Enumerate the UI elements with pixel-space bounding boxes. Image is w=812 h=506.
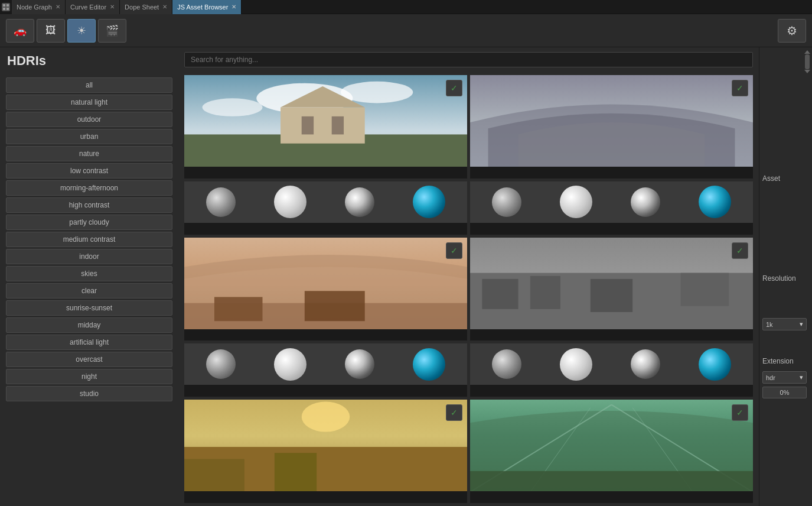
percent-input[interactable]: 0% <box>762 387 807 398</box>
list-item[interactable]: ✓ <box>184 75 467 179</box>
svg-rect-2 <box>6 4 9 7</box>
filter-medium-contrast[interactable]: medium contrast <box>6 232 172 247</box>
filter-artificial-light[interactable]: artificial light <box>6 335 172 350</box>
filter-high-contrast[interactable]: high contrast <box>6 197 172 213</box>
svg-rect-12 <box>302 116 314 135</box>
svg-rect-10 <box>281 108 365 144</box>
filter-outdoor[interactable]: outdoor <box>6 112 172 127</box>
tab-close-dope-sheet[interactable]: ✕ <box>162 4 167 10</box>
scroll-down-arrow[interactable] <box>804 70 810 73</box>
list-item[interactable] <box>470 181 753 235</box>
filter-urban[interactable]: urban <box>6 129 172 144</box>
checkmark-badge[interactable]: ✓ <box>446 242 462 259</box>
resolution-dropdown[interactable]: 1k ▾ <box>762 318 807 330</box>
filter-overcast[interactable]: overcast <box>6 352 172 367</box>
video-button[interactable]: 🎬 <box>98 19 126 43</box>
checkmark-badge[interactable]: ✓ <box>732 404 748 421</box>
pano-svg <box>184 400 467 491</box>
filter-low-contrast[interactable]: low contrast <box>6 163 172 179</box>
list-item[interactable] <box>470 343 753 397</box>
svg-rect-23 <box>591 278 632 312</box>
pano-svg <box>470 238 753 329</box>
scroll-controls <box>804 50 810 73</box>
filter-morning-afternoon[interactable]: morning-afternoon <box>6 180 172 196</box>
ball-teal <box>699 186 731 218</box>
tab-close-curve-editor[interactable]: ✕ <box>110 4 115 10</box>
right-panel: Asset Resolution 1k ▾ Extension hdr ▾ 0% <box>759 47 812 506</box>
pano-svg <box>184 75 467 167</box>
image-button[interactable]: 🖼 <box>37 19 65 43</box>
toolbar-left: 🚗 🖼 ☀ 🎬 <box>6 19 126 43</box>
gear-icon: ⚙ <box>787 24 797 38</box>
svg-point-29 <box>302 402 350 432</box>
ball-render-row <box>184 181 467 223</box>
svg-point-8 <box>203 98 263 116</box>
ball-metal <box>345 187 374 217</box>
ball-diffuse <box>492 349 521 379</box>
ball-metal <box>631 187 660 217</box>
filter-sunrise-sunset[interactable]: sunrise-sunset <box>6 300 172 316</box>
list-item[interactable]: ✓ <box>184 238 467 341</box>
extension-dropdown[interactable]: hdr ▾ <box>762 371 807 384</box>
pano-svg <box>470 75 753 167</box>
list-item[interactable]: ✓ <box>470 400 753 503</box>
main-panel: ✓ <box>178 47 759 506</box>
filter-indoor[interactable]: indoor <box>6 249 172 264</box>
svg-rect-18 <box>305 291 365 321</box>
chevron-down-icon: ▾ <box>800 320 803 328</box>
svg-rect-1 <box>3 4 5 7</box>
checkmark-badge[interactable]: ✓ <box>732 242 748 259</box>
tab-dope-sheet[interactable]: Dope Sheet ✕ <box>120 0 172 14</box>
ball-metal <box>345 349 374 379</box>
ball-white <box>560 186 592 218</box>
svg-rect-13 <box>332 116 344 135</box>
list-item[interactable]: ✓ <box>184 400 467 503</box>
ball-white <box>274 186 306 218</box>
ball-metal <box>631 349 660 379</box>
checkmark-badge[interactable]: ✓ <box>732 80 748 96</box>
svg-point-7 <box>341 82 413 103</box>
scroll-up-arrow[interactable] <box>804 50 810 54</box>
filter-skies[interactable]: skies <box>6 266 172 281</box>
ball-white <box>560 348 592 381</box>
filter-midday[interactable]: midday <box>6 317 172 333</box>
scroll-thumb <box>805 54 810 69</box>
list-item[interactable]: ✓ <box>470 75 753 179</box>
asset-label: Asset <box>762 174 809 183</box>
filter-studio[interactable]: studio <box>6 386 172 401</box>
svg-rect-22 <box>530 275 560 309</box>
tab-js-asset-browser[interactable]: JS Asset Browser ✕ <box>172 0 242 14</box>
settings-button[interactable]: ⚙ <box>778 19 806 43</box>
ball-teal <box>413 186 445 218</box>
filter-clear[interactable]: clear <box>6 283 172 299</box>
app-icon <box>0 0 12 14</box>
asset-spacer <box>762 183 809 271</box>
tab-close-node-graph[interactable]: ✕ <box>56 4 60 10</box>
filter-all[interactable]: all <box>6 77 172 93</box>
filter-nature[interactable]: nature <box>6 146 172 161</box>
filter-natural-light[interactable]: natural light <box>6 95 172 110</box>
vehicle-button[interactable]: 🚗 <box>6 19 34 43</box>
svg-rect-3 <box>3 8 5 10</box>
checkmark-badge[interactable]: ✓ <box>446 80 462 96</box>
tab-curve-editor[interactable]: Curve Editor ✕ <box>66 0 120 14</box>
svg-rect-24 <box>681 273 729 306</box>
resolution-spacer <box>762 283 809 318</box>
ball-diffuse <box>206 187 236 217</box>
sidebar: HDRIs all natural light outdoor urban na… <box>0 47 178 506</box>
filter-partly-cloudy[interactable]: partly cloudy <box>6 215 172 230</box>
hdri-button[interactable]: ☀ <box>67 19 96 43</box>
svg-rect-21 <box>482 278 518 309</box>
list-item[interactable] <box>184 343 467 397</box>
tab-node-graph[interactable]: Node Graph ✕ <box>12 0 66 14</box>
list-item[interactable]: ✓ <box>470 238 753 341</box>
filter-night[interactable]: night <box>6 369 172 384</box>
tab-close-js-asset-browser[interactable]: ✕ <box>231 4 236 10</box>
ball-render-row <box>470 181 753 223</box>
asset-grid: ✓ <box>178 72 759 506</box>
list-item[interactable] <box>184 181 467 235</box>
search-input[interactable] <box>184 52 753 67</box>
checkmark-badge[interactable]: ✓ <box>446 404 462 421</box>
ext-spacer <box>762 330 809 354</box>
pano-svg <box>470 400 753 491</box>
